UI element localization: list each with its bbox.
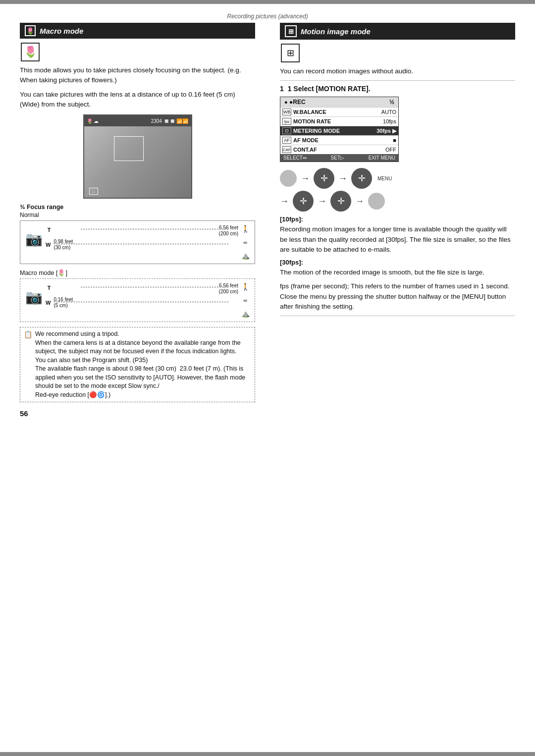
mid-label: 0.98 feet (30 cm) — [54, 239, 73, 251]
far-label: 6.56 feet (200 cm) — [219, 225, 238, 237]
macro-section: 🌷 Macro mode 🌷 This mode allows you to t… — [20, 23, 260, 405]
menu-row-contaf: CAF CONT.AF OFF — [280, 145, 398, 154]
motionrate-icon: fps — [282, 118, 291, 125]
contaf-icon: CAF — [282, 146, 291, 153]
camera-icon-macro: 📷 — [25, 289, 43, 305]
page-header: Recording pictures (advanced) — [0, 4, 535, 23]
preview-photo-area: □ — [84, 126, 191, 198]
fps30-label: [30fps]: — [280, 259, 515, 266]
focus-range-label: ¾ Focus range — [20, 204, 255, 211]
page-number: 56 — [0, 405, 535, 423]
menu-table-header: ● ●REC ½ — [280, 97, 398, 107]
fps10-text: Recording motion images for a longer tim… — [280, 224, 515, 255]
macro-desc2: You can take pictures with the lens at a… — [20, 90, 255, 110]
focus-bracket — [114, 136, 144, 161]
nav-dpad-1: ✛ — [314, 168, 334, 189]
range-line-top — [81, 229, 228, 229]
menu-row-afmode: AF AF MODE ■ — [280, 135, 398, 145]
metering-icon: ⊡ — [282, 127, 291, 134]
nav-row-2: → ✛ → ✛ → — [280, 191, 515, 212]
nav-dpad-3: ✛ — [293, 191, 314, 212]
macro-large-icon-row: 🌷 — [20, 43, 255, 61]
right-icons-normal: 🚶 ∞ ⛰️ — [241, 225, 250, 261]
macro-range-diagram: 📷 T W 6.56 feet (200 cm) 0.16 feet (5 cm… — [20, 278, 255, 322]
macro-range-inner: 📷 T W 6.56 feet (200 cm) 0.16 feet (5 cm… — [25, 283, 250, 318]
select-label: 1 Select [MOTION RATE]. — [288, 85, 371, 93]
macro-icon: 🌷 — [25, 25, 36, 36]
menu-row-wbalance: WB W.BALANCE AUTO — [280, 107, 398, 116]
normal-label: Normal — [20, 212, 255, 218]
wbalance-icon: WB — [282, 108, 291, 115]
divider-1 — [280, 80, 515, 81]
motion-desc: You can record motion images without aud… — [280, 66, 515, 76]
divider-2 — [280, 316, 515, 316]
macro-mid-label: 0.16 feet (5 cm) — [54, 297, 73, 309]
macro-far-label: 6.56 feet (200 cm) — [219, 283, 238, 295]
two-column-layout: 🌷 Macro mode 🌷 This mode allows you to t… — [0, 23, 535, 405]
motion-icon: ⊞ — [285, 25, 297, 37]
camera-preview: 🌷 ☁ 2304 🔲🔲 📶📶 19 □ — [83, 114, 192, 199]
macro-section-header: 🌷 Macro mode — [20, 23, 255, 39]
macro-large-icon: 🌷 — [21, 43, 40, 61]
tw-labels-macro: T W — [46, 285, 51, 306]
shutter-icon: □ — [89, 188, 98, 195]
nav-shutter-btn — [280, 170, 297, 187]
tip-box: 📋 We recommend using a tripod. When the … — [20, 327, 255, 402]
motion-section: ⊞ Motion image mode ⊞ You can record mot… — [275, 23, 515, 405]
camera-icon-normal: 📷 — [25, 231, 43, 247]
nav-end-btn — [368, 193, 385, 210]
page-container: Recording pictures (advanced) 🌷 Macro mo… — [0, 0, 535, 756]
fps10-label: [10fps]: — [280, 216, 515, 223]
range-line-mid — [54, 244, 228, 244]
menu-label-1: MENU — [377, 176, 392, 181]
tw-labels-normal: T W — [46, 227, 51, 248]
normal-range-inner: 📷 T W 6.56 feet (200 cm) — [25, 225, 250, 260]
macro-range-line-top — [81, 287, 228, 287]
bottom-bar — [0, 752, 535, 756]
macro-range-line-mid — [54, 302, 228, 302]
nav-row-1: → ✛ → ✛ MENU — [280, 168, 515, 189]
fps30-text: The motion of the recorded image is smoo… — [280, 268, 515, 277]
nav-dpad-4: ✛ — [330, 191, 351, 212]
tip-icon: 📋 — [24, 330, 32, 338]
preview-status-bar: 🌷 ☁ 2304 🔲🔲 📶📶 — [84, 115, 191, 126]
motion-title: Motion image mode — [301, 27, 371, 36]
range-bars-normal: 6.56 feet (200 cm) 0.98 feet (30 cm) — [54, 225, 238, 261]
motion-section-header: ⊞ Motion image mode — [280, 23, 515, 40]
motion-large-icon-row: ⊞ — [280, 44, 515, 62]
menu-row-motionrate: fps MOTION RATE 10fps — [280, 116, 398, 126]
motion-large-icon: ⊞ — [281, 44, 300, 62]
normal-range-diagram: 📷 T W 6.56 feet (200 cm) — [20, 220, 255, 264]
right-icons-macro: 🚶 ∞ ⛰️ — [241, 283, 250, 319]
header-text: Recording pictures (advanced) — [227, 13, 308, 20]
menu-table: ● ●REC ½ WB W.BALANCE AUTO fps MOTION RA… — [280, 97, 399, 162]
macro-desc1: This mode allows you to take pictures cl… — [20, 65, 255, 86]
menu-footer: SELECT⇔ SET▷ EXIT MENU — [280, 154, 398, 162]
tip-text: We recommend using a tripod. When the ca… — [35, 330, 251, 399]
macro-title: Macro mode — [40, 27, 83, 35]
macro-mode-label: Macro mode [🌷] — [20, 269, 255, 276]
fps-note: fps (frame per second); This refers to t… — [280, 281, 515, 312]
afmode-icon: AF — [282, 137, 291, 144]
nav-dpad-2: ✛ — [351, 168, 372, 189]
range-bars-macro: 6.56 feet (200 cm) 0.16 feet (5 cm) — [54, 283, 238, 319]
menu-row-metering: ⊡ METERING MODE 30fps ▶ — [280, 126, 398, 135]
select-motion-rate: 1 1 Select [MOTION RATE]. — [280, 85, 515, 93]
top-bar — [0, 0, 535, 4]
